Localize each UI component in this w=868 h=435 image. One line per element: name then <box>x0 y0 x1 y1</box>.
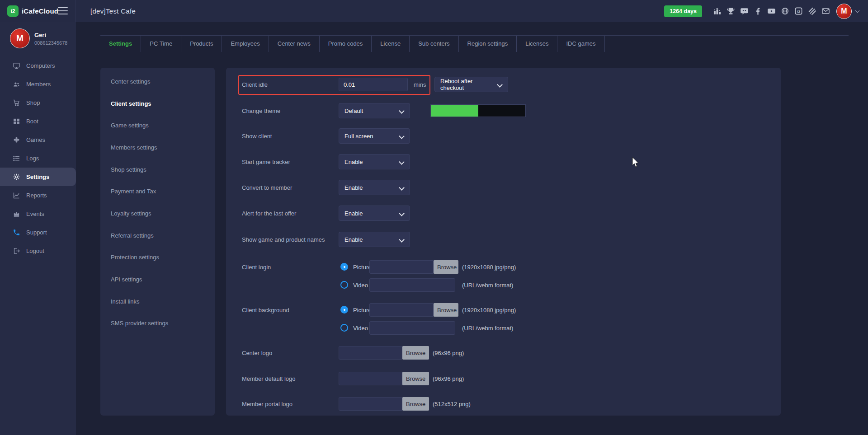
sidebar-item-logout[interactable]: Logout <box>0 242 76 260</box>
tab-region-settings[interactable]: Region settings <box>459 36 517 52</box>
sidebar-item-label: Events <box>26 210 44 217</box>
submenu-shop-settings[interactable]: Shop settings <box>100 159 215 181</box>
client-idle-input[interactable] <box>339 78 408 91</box>
sidebar-item-label: Shop <box>26 99 40 106</box>
sidebar-item-games[interactable]: Games <box>0 131 76 149</box>
submenu-install-links[interactable]: Install links <box>100 290 215 313</box>
youtube-icon[interactable] <box>767 7 776 15</box>
sidebar-item-logs[interactable]: Logs <box>0 149 76 168</box>
client-login-picture-radio[interactable] <box>340 263 348 271</box>
client-background-video-radio[interactable] <box>340 324 348 332</box>
sidebar-nav: Computers Members Shop Boot Games Logs S… <box>0 56 76 260</box>
submenu-members-settings[interactable]: Members settings <box>100 136 215 159</box>
hamburger-menu-icon[interactable] <box>58 6 68 15</box>
submenu-api-settings[interactable]: API settings <box>100 268 215 290</box>
client-login-picture-browse-button[interactable]: Browse <box>434 260 458 274</box>
client-background-picture-radio[interactable] <box>340 306 348 313</box>
layers-icon[interactable] <box>808 7 816 15</box>
sidebar-item-computers[interactable]: Computers <box>0 56 76 75</box>
client-background-picture-radio-label: Picture <box>353 307 371 313</box>
member-portal-logo-note: (512x512 png) <box>433 401 471 407</box>
start-game-tracker-label: Start game tracker <box>242 159 290 165</box>
tab-license[interactable]: License <box>372 36 410 52</box>
member-default-logo-browse-button[interactable]: Browse <box>402 372 429 385</box>
client-login-picture-radio-label: Picture <box>353 264 371 271</box>
logout-icon <box>13 247 20 255</box>
avatar-dropdown-caret[interactable] <box>855 9 860 14</box>
mail-icon[interactable] <box>821 7 830 15</box>
client-background-picture-browse-button[interactable]: Browse <box>434 303 458 317</box>
sidebar-item-events[interactable]: Events <box>0 205 76 223</box>
tab-products[interactable]: Products <box>181 36 222 52</box>
show-client-select[interactable]: Full screen <box>339 128 410 144</box>
submenu-referral-settings[interactable]: Referral settings <box>100 225 215 247</box>
tab-idc-games[interactable]: IDC games <box>557 36 604 52</box>
sidebar-user-avatar[interactable]: M <box>10 28 30 48</box>
sidebar-item-shop[interactable]: Shop <box>0 94 76 112</box>
member-portal-logo-label: Member portal logo <box>242 401 292 407</box>
start-game-tracker-select[interactable]: Enable <box>339 154 410 169</box>
submenu-client-settings[interactable]: Client settings <box>100 93 215 115</box>
sidebar-item-support[interactable]: Support <box>0 223 76 242</box>
facebook-icon[interactable] <box>754 7 762 15</box>
submenu-center-settings[interactable]: Center settings <box>100 70 215 93</box>
icafecloud-icon[interactable]: i2 <box>794 7 803 15</box>
gamepad-icon <box>13 136 20 144</box>
submenu-sms-provider-settings[interactable]: SMS provider settings <box>100 313 215 335</box>
member-portal-logo-browse-button[interactable]: Browse <box>402 397 429 411</box>
alert-last-offer-label: Alert for the last offer <box>242 210 296 217</box>
days-remaining-badge[interactable]: 1264 days <box>664 5 702 17</box>
sidebar-item-settings[interactable]: Settings <box>0 168 76 186</box>
center-logo-input[interactable] <box>339 346 402 360</box>
client-background-picture-input[interactable] <box>369 303 434 317</box>
crown-icon <box>13 210 20 218</box>
icafecloud-logo-icon: i2 <box>7 5 19 17</box>
member-default-logo-input[interactable] <box>339 372 402 385</box>
tab-promo-codes[interactable]: Promo codes <box>320 36 372 52</box>
client-login-video-input[interactable] <box>369 278 455 292</box>
client-login-video-radio[interactable] <box>340 281 348 289</box>
tab-licenses[interactable]: Licenses <box>517 36 557 52</box>
windows-icon <box>13 117 20 125</box>
center-logo-browse-button[interactable]: Browse <box>402 346 429 360</box>
member-portal-logo-input[interactable] <box>339 397 402 411</box>
people-icon <box>13 80 20 88</box>
trophy-icon[interactable] <box>726 7 735 15</box>
client-background-video-row: Video (URL/webm format) <box>226 320 781 336</box>
client-background-video-input[interactable] <box>369 321 455 335</box>
cart-icon <box>13 99 20 107</box>
tab-sub-centers[interactable]: Sub centers <box>410 36 458 52</box>
convert-to-member-label: Convert to member <box>242 184 292 191</box>
change-theme-label: Change theme <box>242 108 280 114</box>
submenu-loyalty-settings[interactable]: Loyalty settings <box>100 202 215 225</box>
submenu-payment-and-tax[interactable]: Payment and Tax <box>100 180 215 202</box>
client-login-picture-input[interactable] <box>369 260 434 274</box>
convert-to-member-select[interactable]: Enable <box>339 180 410 195</box>
client-background-video-radio-label: Video <box>353 325 368 332</box>
center-logo-note: (96x96 png) <box>433 350 464 356</box>
sidebar-item-reports[interactable]: Reports <box>0 186 76 205</box>
sidebar-item-boot[interactable]: Boot <box>0 112 76 131</box>
client-login-picture-row: Client login Picture Browse (1920x1080 j… <box>226 259 781 275</box>
header-right: 1264 days i2 <box>664 0 868 22</box>
chart-icon <box>13 192 20 199</box>
tab-settings[interactable]: Settings <box>100 36 141 52</box>
tab-employees[interactable]: Employees <box>222 36 269 52</box>
globe-icon[interactable] <box>781 7 789 15</box>
tab-pc-time[interactable]: PC Time <box>141 36 181 52</box>
submenu-protection-settings[interactable]: Protection settings <box>100 247 215 269</box>
tab-center-news[interactable]: Center news <box>269 36 320 52</box>
reboot-after-checkout-select[interactable]: Reboot after checkout <box>434 77 508 92</box>
member-portal-logo-row: Member portal logo Browse (512x512 png) <box>226 396 781 412</box>
client-idle-label: Client idle <box>242 81 268 88</box>
discord-icon[interactable] <box>740 7 749 15</box>
show-names-select[interactable]: Enable <box>339 232 410 247</box>
submenu-game-settings[interactable]: Game settings <box>100 114 215 136</box>
sidebar-item-members[interactable]: Members <box>0 75 76 94</box>
brand-name: iCafeCloud <box>22 7 58 15</box>
user-avatar[interactable]: M <box>836 4 852 19</box>
ranking-icon[interactable] <box>713 7 722 15</box>
alert-last-offer-select[interactable]: Enable <box>339 206 410 221</box>
change-theme-select[interactable]: Default <box>339 103 410 118</box>
theme-swatch-black <box>478 105 525 117</box>
